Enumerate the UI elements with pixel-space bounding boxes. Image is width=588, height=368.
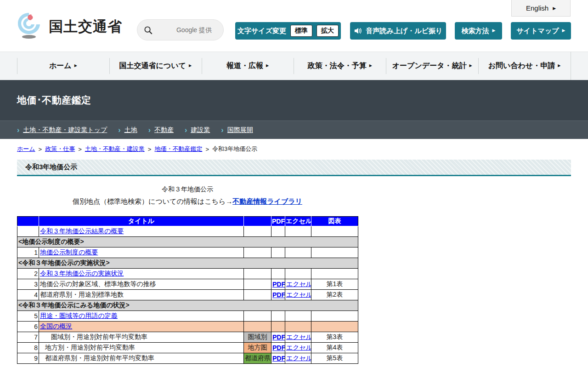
page-title-strip: 令和3年地価公示: [17, 160, 571, 176]
table-row: 6全国の概況: [17, 322, 358, 332]
hero-sub-link-item: 土地・不動産・建設業トップ: [17, 126, 107, 134]
breadcrumb-link[interactable]: ホーム: [17, 145, 35, 153]
row-number: 9: [17, 353, 39, 364]
pdf-cell: [271, 226, 285, 237]
row-number: 2: [17, 269, 39, 279]
hero-sub-link-item: 建設業: [185, 126, 210, 134]
real-estate-library-link[interactable]: 不動産情報ライブラリ: [232, 197, 302, 205]
excel-link[interactable]: エクセル: [286, 354, 311, 362]
row-title: 圏域別・用途別対前年平均変動率: [39, 332, 244, 343]
hero-sub-link[interactable]: 不動産: [154, 126, 174, 134]
pdf-link[interactable]: PDF: [272, 291, 285, 299]
mlit-logo[interactable]: 国土交通省: [17, 12, 122, 41]
table-row: 1地価公示制度の概要: [17, 247, 358, 258]
breadcrumb-current: 令和3年地価公示: [212, 145, 257, 153]
intro-note-text: 個別地点（標準地検索）についての情報はこちら→: [73, 197, 232, 205]
report-table-header: タイトルPDFエクセル図表: [17, 217, 358, 226]
breadcrumb: ホーム>政策・仕事>土地・不動産・建設業>地価・不動産鑑定>令和3年地価公示: [0, 139, 588, 157]
pdf-link[interactable]: PDF: [272, 334, 285, 341]
table-section-row: <令和３年地価公示の実施状況>: [17, 258, 358, 269]
hero-sub-link[interactable]: 国際展開: [227, 126, 253, 134]
font-large-button[interactable]: 拡大: [317, 25, 339, 37]
english-button[interactable]: English: [511, 0, 571, 17]
chart-reference: 第2表: [311, 290, 358, 300]
row-number: 7: [17, 332, 39, 343]
pdf-cell: [271, 247, 285, 258]
breadcrumb-link[interactable]: 地価・不動産鑑定: [154, 145, 202, 153]
row-title-link[interactable]: 地価公示制度の概要: [40, 248, 98, 256]
font-standard-button[interactable]: 標準: [290, 25, 312, 37]
table-row: 3地価公示の対象区域、標準地数等の推移PDFエクセル第1表: [17, 279, 358, 290]
table-row: 9都道府県別・用途別対前年平均変動率都道府県PDFエクセル第5表: [17, 353, 358, 364]
table-row: 2令和３年地価公示の実施状況: [17, 269, 358, 279]
excel-link[interactable]: エクセル: [286, 333, 311, 340]
pdf-cell: PDF: [271, 343, 285, 353]
row-number: 4: [17, 290, 39, 300]
nav-item[interactable]: 政策・法令・予算: [294, 52, 386, 80]
row-title: 用途・圏域等の用語の定義: [39, 311, 244, 322]
nav-item[interactable]: お問い合わせ・申請: [478, 52, 571, 80]
hero-sub-link[interactable]: 建設業: [191, 126, 210, 134]
breadcrumb-link[interactable]: 政策・仕事: [45, 145, 75, 153]
chart-reference: 第1表: [311, 279, 358, 290]
row-title: 全国の概況: [39, 322, 244, 332]
nav-item[interactable]: ホーム: [17, 52, 109, 80]
pdf-cell: [271, 269, 285, 279]
hero-sub-link[interactable]: 土地・不動産・建設業トップ: [23, 126, 107, 134]
table-section-row: <地価公示制度の概要>: [17, 237, 358, 247]
excel-cell: エクセル: [285, 343, 311, 353]
row-category-label: [244, 279, 271, 290]
chart-reference: [311, 226, 358, 237]
font-size-button[interactable]: 文字サイズ変更 標準 拡大: [235, 22, 341, 40]
row-title-link[interactable]: 用途・圏域等の用語の定義: [40, 312, 118, 319]
sitemap-button[interactable]: サイトマップ: [511, 22, 571, 40]
page-category-title: 地価･不動産鑑定: [17, 94, 91, 107]
chart-reference: 第4表: [311, 343, 358, 353]
row-category-label: [244, 269, 271, 279]
excel-link[interactable]: エクセル: [286, 291, 311, 298]
row-category-label: 都道府県: [244, 353, 271, 364]
table-row: 7圏域別・用途別対前年平均変動率圏域別PDFエクセル第3表: [17, 332, 358, 343]
row-title-link[interactable]: 令和３年地価公示の実施状況: [40, 270, 124, 277]
chart-reference: [311, 311, 358, 322]
column-header: [17, 217, 39, 226]
search-method-label: 検索方法: [462, 27, 489, 35]
search-input[interactable]: [153, 26, 236, 34]
hero-sub-link-item: 国際展開: [221, 126, 253, 134]
main-nav: ホーム国土交通省について報道・広報政策・法令・予算オープンデータ・統計お問い合わ…: [0, 52, 588, 80]
excel-cell: [285, 322, 311, 332]
row-category-label: [244, 290, 271, 300]
pdf-link[interactable]: PDF: [272, 281, 285, 288]
chart-reference: 第3表: [311, 332, 358, 343]
hero-sub-link-item: 不動産: [148, 126, 174, 134]
breadcrumb-separator: >: [78, 146, 82, 153]
excel-link[interactable]: エクセル: [286, 344, 311, 351]
row-title-link[interactable]: 令和３年地価公示結果の概要: [40, 227, 124, 235]
hero-sub-link[interactable]: 土地: [124, 126, 137, 134]
breadcrumb-separator: >: [39, 146, 42, 153]
row-number: 1: [17, 247, 39, 258]
row-title: 都道府県別・用途別標準地数: [39, 290, 244, 300]
pdf-cell: PDF: [271, 353, 285, 364]
text-to-speech-button[interactable]: 音声読み上げ・ルビ振り: [350, 22, 446, 40]
speaker-icon: [354, 27, 362, 34]
row-title-link[interactable]: 全国の概況: [40, 322, 72, 330]
row-category-label: [244, 322, 271, 332]
excel-link[interactable]: エクセル: [286, 280, 311, 288]
nav-item[interactable]: オープンデータ・統計: [386, 52, 478, 80]
nav-item[interactable]: 国土交通省について: [109, 52, 202, 80]
site-search[interactable]: [137, 19, 224, 40]
row-number: 8: [17, 343, 39, 353]
row-category-label: 地方圏: [244, 343, 271, 353]
row-number: 6: [17, 322, 39, 332]
breadcrumb-link[interactable]: 土地・不動産・建設業: [85, 145, 145, 153]
nav-item[interactable]: 報道・広報: [202, 52, 294, 80]
row-number: [17, 226, 39, 237]
page-title: 令和3年地価公示: [25, 163, 77, 172]
table-row: 4都道府県別・用途別標準地数PDFエクセル第2表: [17, 290, 358, 300]
pdf-link[interactable]: PDF: [272, 344, 285, 351]
mlit-logo-icon: [17, 12, 43, 41]
pdf-link[interactable]: PDF: [272, 355, 285, 362]
search-method-button[interactable]: 検索方法: [455, 22, 502, 40]
table-row: 8地方別・用途別対前平均変動率地方圏PDFエクセル第4表: [17, 343, 358, 353]
